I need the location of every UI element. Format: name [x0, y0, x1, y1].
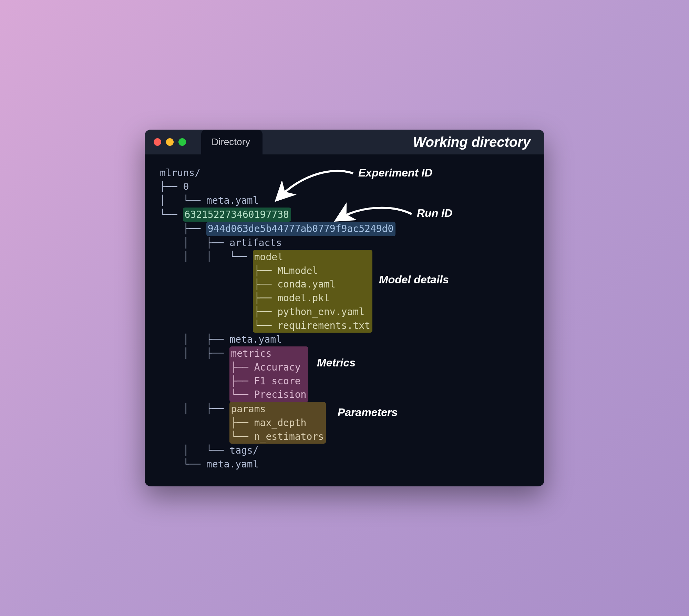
- tree-experiment-id: 632152273460197738: [183, 208, 291, 222]
- close-icon[interactable]: [154, 138, 161, 146]
- tree-metric: Precision: [254, 389, 307, 400]
- annotation-parameters: Parameters: [338, 406, 398, 419]
- annotation-metrics: Metrics: [317, 356, 356, 369]
- tree-param: n_estimators: [254, 431, 324, 442]
- tree-metrics-block: metrics ├── Accuracy ├── F1 score └── Pr…: [229, 346, 308, 402]
- tree-run-meta: meta.yaml: [229, 334, 282, 345]
- tree-root: mlruns/: [160, 167, 200, 179]
- content-area: mlruns/ ├── 0 │ └── meta.yaml └── 632152…: [145, 154, 544, 486]
- tree-param: max_depth: [254, 417, 307, 428]
- tab-directory[interactable]: Directory: [201, 130, 263, 154]
- directory-tree: mlruns/ ├── 0 │ └── meta.yaml └── 632152…: [160, 166, 529, 471]
- tree-artifacts: artifacts: [229, 237, 282, 249]
- tree-model-file: python_env.yaml: [277, 306, 364, 317]
- annotation-experiment-id: Experiment ID: [358, 166, 432, 179]
- maximize-icon[interactable]: [178, 138, 186, 146]
- tree-metric: Accuracy: [254, 362, 301, 373]
- tab-label: Directory: [212, 137, 250, 148]
- tree-model-file: MLmodel: [277, 265, 318, 276]
- app-window: Directory Working directory mlruns/ ├── …: [145, 130, 544, 486]
- tree-params-block: params ├── max_depth └── n_estimators: [229, 402, 326, 444]
- tree-run-id: 944d063de5b44777ab0779f9ac5249d0: [206, 222, 395, 236]
- annotation-model-details: Model details: [379, 273, 449, 286]
- annotation-run-id: Run ID: [417, 207, 452, 220]
- minimize-icon[interactable]: [166, 138, 174, 146]
- tree-tags: tags/: [229, 445, 258, 456]
- tree-metrics-dir: metrics: [231, 348, 271, 359]
- tree-model-file: requirements.txt: [277, 320, 370, 331]
- tree-metric: F1 score: [254, 375, 301, 387]
- tree-model-block: model ├── MLmodel ├── conda.yaml ├── mod…: [253, 250, 372, 333]
- tree-exp-zero: 0: [183, 181, 189, 192]
- tree-model-file: conda.yaml: [277, 279, 336, 290]
- traffic-lights: [145, 138, 186, 146]
- tree-model-file: model.pkl: [277, 292, 330, 304]
- title-bar: Directory Working directory: [145, 130, 544, 154]
- tree-exp-zero-meta: meta.yaml: [206, 195, 259, 206]
- tree-model-dir: model: [254, 251, 283, 263]
- window-title: Working directory: [413, 134, 544, 150]
- tree-exp-meta: meta.yaml: [206, 458, 259, 470]
- tree-params-dir: params: [231, 403, 266, 415]
